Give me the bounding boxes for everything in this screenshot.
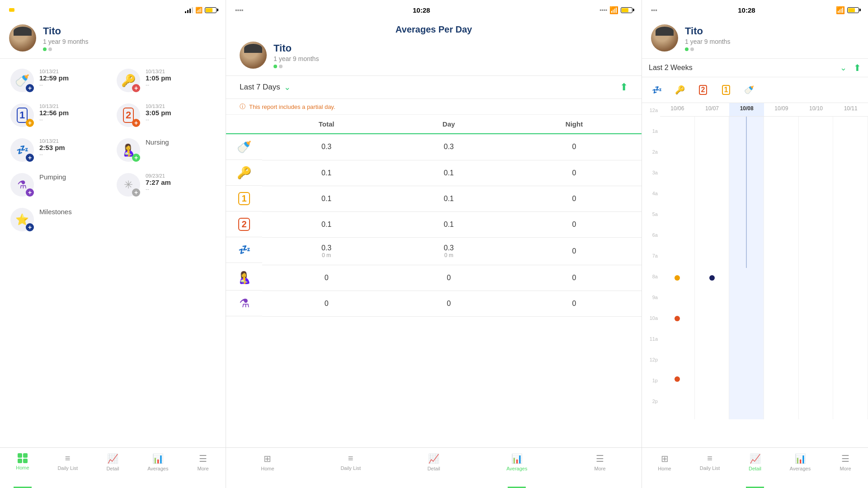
diaper2-row-icon: 2: [235, 215, 253, 233]
diaper1-feed-info: 10/13/21 12:56 pm --: [39, 103, 69, 123]
feed-item-pumping[interactable]: ⚗ + Pumping: [7, 168, 113, 202]
signal-bars: [185, 7, 193, 13]
medicine-add-btn[interactable]: +: [132, 84, 140, 92]
feed-item-sleep[interactable]: 💤 + 10/13/21 2:53 pm --: [7, 133, 113, 167]
cat-bottle[interactable]: 🍼: [741, 82, 757, 98]
middle-nav-dailylist[interactable]: ≡ Daily List: [309, 451, 392, 473]
dot-1006-10a: [675, 316, 680, 321]
right-profile-name: Tito: [685, 25, 730, 37]
diaper1-date: 10/13/21: [39, 103, 69, 109]
right-nav-averages[interactable]: 📊 Averages: [778, 451, 823, 473]
dailylist-icon: ≡: [65, 453, 71, 464]
y-11a: 11a: [642, 336, 660, 357]
nav-dailylist[interactable]: ≡ Daily List: [45, 451, 90, 473]
left-profile-age: 1 year 9 months: [43, 38, 88, 45]
diaper1-sub: --: [39, 117, 69, 123]
right-nav-dailylist[interactable]: ≡ Daily List: [687, 451, 732, 473]
nav-averages-label: Averages: [147, 466, 168, 471]
right-profile-dots: [685, 47, 730, 51]
medicine-sub: --: [146, 82, 171, 88]
diaper2-sub: --: [146, 117, 171, 123]
feed-item-misc[interactable]: ✳ + 09/23/21 7:27 am --: [113, 168, 219, 202]
left-avatar-img: [9, 24, 36, 52]
middle-title: Averages Per Day: [226, 20, 642, 37]
left-bottom-nav: Home ≡ Daily List 📈 Detail 📊 Averages ☰ …: [0, 447, 226, 488]
right-averages-icon: 📊: [795, 453, 806, 464]
left-profile-header: Tito 1 year 9 months: [0, 20, 226, 59]
medicine-feed-info: 10/13/21 1:05 pm --: [146, 69, 171, 88]
diaper1-total: 0.1: [262, 186, 391, 211]
right-category-icons: 💤 🔑 2 1 🍼: [642, 77, 868, 103]
nav-detail[interactable]: 📈 Detail: [90, 451, 136, 473]
middle-nav-detail[interactable]: 📈 Detail: [392, 451, 476, 473]
cat-diaper1[interactable]: 1: [718, 82, 734, 98]
middle-time: 10:28: [413, 6, 430, 14]
cat-medicine-icon: 🔑: [675, 85, 685, 95]
middle-nav-more[interactable]: ☰ More: [558, 451, 642, 473]
nursing-add-btn[interactable]: +: [132, 154, 140, 162]
right-chevron-icon[interactable]: ⌄: [840, 63, 847, 73]
left-status-icons: 📶: [185, 7, 217, 14]
middle-profile-age: 1 year 9 months: [274, 55, 319, 62]
feed-item-diaper1[interactable]: 1 + 10/13/21 12:56 pm --: [7, 98, 113, 132]
pumping-total: 0: [262, 291, 391, 316]
y-12a: 12a: [642, 108, 660, 128]
right-nav-detail[interactable]: 📈 Detail: [732, 451, 778, 473]
middle-nav-home[interactable]: ⊞ Home: [226, 451, 309, 473]
diaper2-total: 0.1: [262, 211, 391, 237]
right-status-bar: ▪▪▪ 10:28 📶: [642, 0, 868, 20]
nav-averages[interactable]: 📊 Averages: [135, 451, 180, 473]
pumping-add-btn[interactable]: +: [26, 188, 34, 197]
y-2a: 2a: [642, 149, 660, 170]
left-panel: 📶 Tito 1 year 9 months 🍼 +: [0, 0, 226, 488]
right-nav-home[interactable]: ⊞ Home: [642, 451, 687, 473]
middle-dot-green: [274, 65, 277, 68]
nav-home[interactable]: Home: [0, 451, 45, 472]
middle-nav-averages-label: Averages: [506, 466, 527, 471]
sleep-add-btn[interactable]: +: [26, 154, 34, 162]
cat-diaper2-icon: 2: [699, 85, 708, 95]
dot-1006-1p: [675, 376, 680, 382]
middle-avatar: [240, 42, 267, 69]
right-dailylist-icon: ≡: [707, 453, 712, 464]
cat-diaper1-icon: 1: [722, 85, 731, 95]
nursing-day: 0: [391, 265, 507, 291]
col-header-day: Day: [391, 115, 507, 134]
middle-filter-dropdown[interactable]: Last 7 Days ⌄: [240, 82, 291, 92]
cat-diaper2[interactable]: 2: [695, 82, 711, 98]
row-icon-diaper2: 2: [226, 211, 262, 237]
diaper1-add-btn[interactable]: +: [26, 119, 34, 127]
right-home-icon: ⊞: [661, 453, 669, 464]
feed-item-bottle[interactable]: 🍼 + 10/13/21 12:59 pm --: [7, 63, 113, 98]
left-avatar: [9, 24, 36, 52]
right-y-axis: 12a 1a 2a 3a 4a 5a 6a 7a 8a 9a 10a 11a 1…: [642, 103, 660, 419]
milestone-add-btn[interactable]: +: [26, 223, 34, 231]
feed-item-nursing[interactable]: 🤱 + Nursing: [113, 133, 219, 167]
feed-item-milestone[interactable]: ⭐ + Milestones: [7, 202, 113, 237]
cat-sleep[interactable]: 💤: [649, 82, 665, 98]
y-8a: 8a: [642, 274, 660, 295]
nav-more[interactable]: ☰ More: [180, 451, 226, 473]
averages-table: Total Day Night 🍼 0.3 0.3 0: [226, 115, 642, 317]
right-share-icon[interactable]: ⬆: [854, 62, 861, 73]
middle-battery-fill: [622, 8, 628, 12]
bottle-add-btn[interactable]: +: [26, 84, 34, 92]
misc-add-btn[interactable]: +: [132, 188, 140, 197]
sleep-feed-info: 10/13/21 2:53 pm --: [39, 138, 65, 158]
middle-nav-averages[interactable]: 📊 Averages: [475, 451, 558, 473]
cat-medicine[interactable]: 🔑: [672, 82, 688, 98]
right-time: 10:28: [738, 6, 755, 14]
dot-1007-8a: [709, 275, 715, 281]
nursing-icon-wrap: 🤱 +: [117, 138, 140, 162]
right-avatar: [651, 24, 678, 52]
right-battery: [847, 7, 859, 13]
right-status-icons: 📶: [836, 6, 859, 14]
feed-item-diaper2[interactable]: 2 + 10/13/21 3:05 pm --: [113, 98, 219, 132]
milestone-feed-info: Milestones: [39, 208, 72, 216]
dot-1006-8a: [675, 275, 680, 281]
misc-icon-wrap: ✳ +: [117, 173, 140, 197]
share-icon[interactable]: ⬆: [620, 81, 628, 93]
feed-item-medicine[interactable]: 🔑 + 10/13/21 1:05 pm --: [113, 63, 219, 98]
right-nav-more[interactable]: ☰ More: [823, 451, 868, 473]
diaper2-add-btn[interactable]: +: [132, 119, 140, 127]
